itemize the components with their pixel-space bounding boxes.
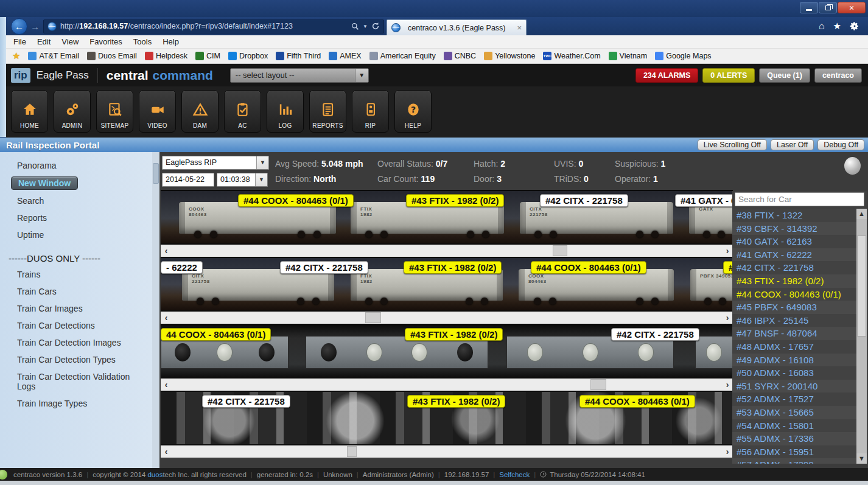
address-bar[interactable]: http://192.168.19.57/centraco/index.php?… bbox=[43, 19, 384, 33]
scroll-track[interactable] bbox=[172, 445, 722, 458]
favorite-helpdesk[interactable]: Helpdesk bbox=[145, 52, 187, 60]
menu-item-tools[interactable]: Tools bbox=[133, 37, 152, 46]
car-label[interactable]: #42 CITX - 221758 bbox=[280, 261, 368, 274]
car-list-item[interactable]: #38 FTIX - 1322 bbox=[732, 209, 856, 222]
car-list-scrollbar[interactable]: ▲ ▼ bbox=[856, 209, 867, 464]
sidebar-item-train-car-detections[interactable]: Train Car Detections bbox=[0, 317, 152, 334]
scroll-right-icon[interactable]: › bbox=[722, 445, 733, 458]
sidebar-item-trains[interactable]: Trains bbox=[0, 266, 152, 283]
car-list-item[interactable]: #56 ADMX - 15951 bbox=[732, 445, 856, 459]
scroll-track[interactable] bbox=[172, 379, 722, 391]
car-label[interactable]: #41 GATX - 62 bbox=[675, 194, 733, 207]
scroll-track[interactable] bbox=[172, 312, 722, 324]
menu-item-help[interactable]: Help bbox=[163, 37, 179, 46]
car-list-item[interactable]: #44 COOX - 804463 (0/1) bbox=[732, 288, 856, 301]
back-button[interactable]: ← bbox=[11, 18, 27, 35]
sidebar-item-reports[interactable]: Reports bbox=[0, 209, 152, 226]
site-select[interactable]: EaglePass RIP ▼ bbox=[162, 156, 269, 170]
favorite-amex[interactable]: AMEX bbox=[329, 52, 361, 60]
settings-gear-icon[interactable] bbox=[850, 21, 859, 31]
car-list-item[interactable]: #52 ADMX - 17527 bbox=[732, 393, 856, 406]
favorite-duos-email[interactable]: Duos Email bbox=[87, 52, 137, 60]
toolbar-button-sitemap[interactable]: SITEMAP bbox=[96, 90, 133, 133]
scroll-thumb[interactable] bbox=[347, 446, 357, 457]
sidebar-item-search[interactable]: Search bbox=[0, 192, 152, 209]
scroll-right-icon[interactable]: › bbox=[722, 379, 733, 391]
sidebar-scrollbar[interactable] bbox=[152, 152, 159, 468]
scroll-left-icon[interactable]: ‹ bbox=[161, 445, 172, 458]
alarms-button[interactable]: 234 ALARMS bbox=[635, 68, 698, 83]
toolbar-button-help[interactable]: ?HELP bbox=[394, 90, 432, 133]
scroll-left-icon[interactable]: ‹ bbox=[161, 312, 172, 324]
car-label[interactable]: #44 COOX - 804463 (0/1) bbox=[531, 261, 646, 274]
scroll-left-icon[interactable]: ‹ bbox=[161, 245, 172, 257]
scroll-thumb[interactable] bbox=[365, 312, 381, 323]
debug-off-button[interactable]: Debug Off bbox=[817, 139, 864, 150]
car-list-item[interactable]: #54 ADMX - 15801 bbox=[732, 419, 856, 433]
car-list-item[interactable]: #46 IBPX - 25145 bbox=[732, 314, 856, 327]
menu-item-view[interactable]: View bbox=[61, 37, 79, 46]
favorite-american-equity[interactable]: American Equity bbox=[369, 52, 436, 60]
undercarriage-view-image[interactable]: #42 CITX - 221758#43 FTIX - 1982 (0/2)#4… bbox=[161, 392, 733, 444]
undercarriage-view-scrollbar[interactable]: ‹› bbox=[161, 445, 733, 458]
toolbar-button-dam[interactable]: DAM bbox=[181, 90, 219, 133]
car-label[interactable]: #44 COOX - 804463 (0/1) bbox=[238, 194, 354, 207]
scroll-thumb[interactable] bbox=[553, 245, 567, 256]
side-view-b-image[interactable]: CITX 221758FTIX 1982COOX 804463PBFX 3490… bbox=[161, 258, 733, 310]
centraco-button[interactable]: centraco bbox=[814, 68, 862, 83]
laser-off-button[interactable]: Laser Off bbox=[771, 139, 814, 150]
home-icon[interactable]: ⌂ bbox=[819, 21, 825, 32]
sidebar-scrollbar-thumb[interactable] bbox=[153, 163, 159, 184]
car-label[interactable]: #44 COOX - 804463 (0/1) bbox=[579, 395, 695, 408]
toolbar-button-video[interactable]: VIDEO bbox=[139, 90, 176, 133]
toolbar-button-admin[interactable]: ADMIN bbox=[54, 90, 91, 133]
favorite-vietnam[interactable]: Vietnam bbox=[609, 52, 648, 60]
url-text[interactable]: http://192.168.19.57/centraco/index.php?… bbox=[60, 22, 348, 30]
toolbar-button-home[interactable]: HOME bbox=[11, 90, 48, 133]
favorite-google-maps[interactable]: Google Maps bbox=[655, 52, 711, 60]
favorite-fifth-third[interactable]: Fifth Third bbox=[276, 52, 321, 60]
tab-close-icon[interactable]: × bbox=[517, 23, 522, 32]
favorite-weather-com[interactable]: TWCWeather.Com bbox=[543, 52, 600, 60]
car-label[interactable]: - 62222 bbox=[161, 261, 203, 274]
scroll-down-icon[interactable]: ▼ bbox=[856, 453, 867, 464]
scroll-track[interactable] bbox=[172, 245, 722, 257]
date-input[interactable]: 2014-05-22 bbox=[162, 173, 214, 187]
address-dropdown-icon[interactable]: ▼ bbox=[363, 24, 368, 29]
side-view-a-image[interactable]: COOX 804463FTIX 1982CITX 221758GATX#44 C… bbox=[161, 191, 733, 243]
car-list-item[interactable]: #49 ADMX - 16108 bbox=[732, 354, 856, 367]
alerts-button[interactable]: 0 ALERTS bbox=[702, 68, 755, 83]
toolbar-button-reports[interactable]: REPORTS bbox=[309, 90, 346, 133]
car-label[interactable]: #43 FTIX - 1982 (0/2) bbox=[406, 194, 504, 207]
sidebar-item-new-window[interactable]: New Window bbox=[11, 176, 78, 190]
forward-button[interactable]: → bbox=[30, 21, 40, 32]
car-label[interactable]: 44 COOX - 804463 (0/1) bbox=[161, 328, 271, 341]
sidebar-item-uptime[interactable]: Uptime bbox=[0, 226, 152, 243]
car-list-item[interactable]: #47 BNSF - 487064 bbox=[732, 327, 856, 340]
sidebar-item-train-car-images[interactable]: Train Car Images bbox=[0, 300, 152, 317]
side-view-a-scrollbar[interactable]: ‹› bbox=[161, 245, 733, 257]
favorite-cnbc[interactable]: CNBC bbox=[444, 52, 476, 60]
scroll-thumb[interactable] bbox=[590, 379, 606, 390]
car-label[interactable]: #43 FTIX - 1982 (0/2) bbox=[407, 395, 505, 408]
window-minimize-button[interactable] bbox=[800, 2, 818, 13]
layout-select[interactable]: -- select layout -- ▼ bbox=[230, 68, 369, 83]
selfcheck-link[interactable]: Selfcheck bbox=[499, 471, 530, 478]
car-list-scrollbar-thumb[interactable] bbox=[857, 236, 866, 337]
car-label[interactable]: #42 CITX - 221758 bbox=[611, 328, 699, 341]
browser-tab[interactable]: centraco v1.3.6 (Eagle Pass) × bbox=[387, 19, 527, 35]
toolbar-button-ac[interactable]: AC bbox=[224, 90, 261, 133]
car-list-item[interactable]: #40 GATX - 62163 bbox=[732, 235, 856, 248]
favorite-yellowstone[interactable]: Yellowstone bbox=[484, 52, 535, 60]
favorite-dropbox[interactable]: Dropbox bbox=[228, 52, 268, 60]
car-list-item[interactable]: #53 ADMX - 15665 bbox=[732, 406, 856, 419]
car-list-item[interactable]: #41 GATX - 62222 bbox=[732, 248, 856, 262]
scroll-right-icon[interactable]: › bbox=[722, 245, 733, 257]
sidebar-item-panorama[interactable]: Panorama bbox=[0, 157, 152, 174]
search-icon[interactable] bbox=[351, 23, 359, 30]
car-list-item[interactable]: #42 CITX - 221758 bbox=[732, 261, 856, 274]
favorites-bar-star-icon[interactable]: ★ bbox=[12, 51, 20, 61]
live-scrolling-off-button[interactable]: Live Scrolling Off bbox=[698, 139, 767, 150]
top-view-image[interactable]: 44 COOX - 804463 (0/1)#43 FTIX - 1982 (0… bbox=[161, 325, 733, 377]
favorite-cim[interactable]: CIM bbox=[195, 52, 220, 60]
